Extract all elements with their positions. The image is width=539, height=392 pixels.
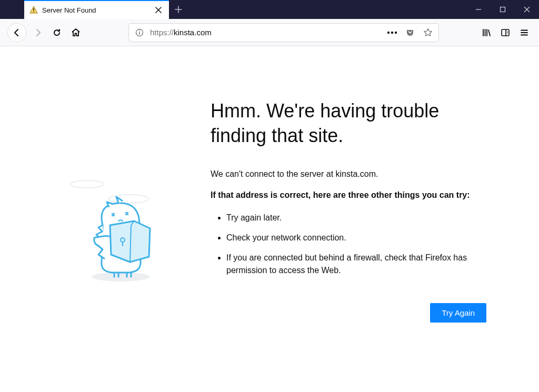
error-cannot-connect: We can't connect to the server at kinsta… <box>211 169 486 179</box>
svg-rect-2 <box>33 12 34 13</box>
identity-info-icon[interactable] <box>132 25 147 40</box>
error-illustration <box>53 99 189 323</box>
svg-rect-5 <box>139 32 140 35</box>
new-tab-button[interactable] <box>169 0 188 19</box>
back-button[interactable] <box>7 23 26 42</box>
try-again-button[interactable]: Try Again <box>430 303 486 323</box>
error-suggestion-item: If you are connected but behind a firewa… <box>226 252 486 277</box>
sidebar-icon[interactable] <box>498 25 513 40</box>
error-title: Hmm. We're having trouble finding that s… <box>211 99 486 148</box>
error-subheading: If that address is correct, here are thr… <box>211 190 486 200</box>
toolbar-right-actions <box>479 25 532 40</box>
error-action-row: Try Again <box>211 303 486 323</box>
svg-point-13 <box>92 272 149 282</box>
error-suggestion-item: Try again later. <box>226 212 486 224</box>
url-protocol: https:// <box>150 28 174 37</box>
svg-rect-1 <box>33 8 34 11</box>
svg-rect-3 <box>501 7 505 12</box>
minimize-button[interactable] <box>466 0 491 19</box>
warning-icon <box>29 6 38 14</box>
bookmark-star-icon[interactable] <box>421 25 435 40</box>
tab-title: Server Not Found <box>42 6 149 14</box>
urlbar-container: https://kinsta.com <box>87 23 475 42</box>
error-suggestion-list: Try again later. Check your network conn… <box>211 212 486 277</box>
url-text: https://kinsta.com <box>150 28 382 37</box>
svg-point-12 <box>109 195 149 203</box>
maximize-button[interactable] <box>491 0 515 19</box>
url-domain: kinsta.com <box>174 28 212 37</box>
error-page-content: Hmm. We're having trouble finding that s… <box>0 46 539 344</box>
svg-rect-6 <box>139 31 140 32</box>
pocket-icon[interactable] <box>403 25 417 40</box>
tab-close-button[interactable] <box>153 5 164 15</box>
svg-point-11 <box>70 180 104 188</box>
error-suggestion-item: Check your network connection. <box>226 232 486 244</box>
browser-tab[interactable]: Server Not Found <box>24 0 169 19</box>
home-button[interactable] <box>68 25 83 40</box>
close-window-button[interactable] <box>515 0 539 19</box>
reload-button[interactable] <box>49 25 64 40</box>
menu-button[interactable] <box>517 25 532 40</box>
titlebar: Server Not Found <box>0 0 539 19</box>
urlbar[interactable]: https://kinsta.com <box>128 23 439 42</box>
library-icon[interactable] <box>479 25 494 40</box>
page-actions-button[interactable] <box>385 25 400 40</box>
forward-button[interactable] <box>31 25 45 40</box>
titlebar-spacer <box>0 0 24 19</box>
error-text-section: Hmm. We're having trouble finding that s… <box>211 99 486 323</box>
window-controls <box>466 0 539 19</box>
navigation-toolbar: https://kinsta.com <box>0 19 539 46</box>
